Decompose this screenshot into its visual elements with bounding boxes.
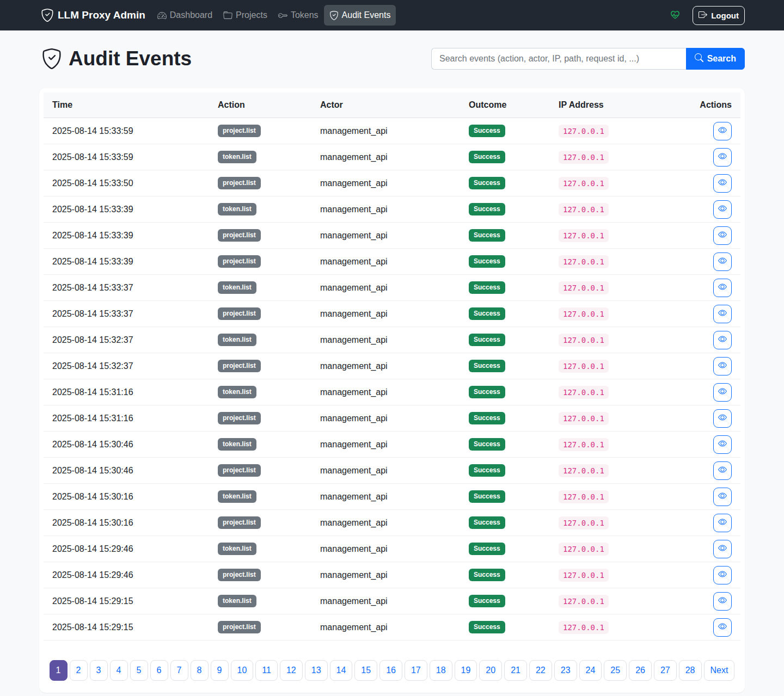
view-event-button[interactable] (713, 331, 732, 349)
view-event-button[interactable] (713, 409, 732, 428)
pagination-page-10[interactable]: 10 (231, 660, 254, 681)
table-row: 2025-08-14 15:33:59 token.list managemen… (44, 144, 740, 170)
pagination-page-14[interactable]: 14 (330, 660, 353, 681)
header-actor: Actor (311, 93, 460, 118)
view-event-button[interactable] (713, 174, 732, 193)
outcome-badge: Success (469, 464, 505, 477)
event-actor: management_api (311, 275, 460, 301)
pagination-page-22[interactable]: 22 (529, 660, 552, 681)
event-time: 2025-08-14 15:32:37 (44, 353, 209, 379)
view-event-button[interactable] (713, 148, 732, 167)
pagination-page-13[interactable]: 13 (305, 660, 328, 681)
outcome-badge: Success (469, 543, 505, 555)
view-event-button[interactable] (713, 305, 732, 323)
pagination-page-28[interactable]: 28 (679, 660, 702, 681)
search-button[interactable]: Search (686, 48, 745, 70)
brand[interactable]: LLM Proxy Admin (39, 9, 145, 22)
pagination-page-5[interactable]: 5 (130, 660, 148, 681)
box-arrow-right-icon (699, 10, 707, 21)
action-badge: project.list (218, 464, 261, 477)
view-event-button[interactable] (713, 514, 732, 532)
pagination-page-7[interactable]: 7 (170, 660, 188, 681)
ip-address: 127.0.0.1 (559, 543, 609, 556)
table-row: 2025-08-14 15:33:39 token.list managemen… (44, 196, 740, 223)
view-event-button[interactable] (713, 435, 732, 454)
pagination-page-1[interactable]: 1 (50, 660, 68, 681)
ip-address: 127.0.0.1 (559, 281, 609, 294)
pagination-page-25[interactable]: 25 (604, 660, 627, 681)
pagination-page-4[interactable]: 4 (110, 660, 128, 681)
pagination-page-3[interactable]: 3 (90, 660, 108, 681)
nav-item-projects[interactable]: Projects (218, 5, 273, 26)
action-badge: token.list (218, 203, 256, 215)
view-event-button[interactable] (713, 122, 732, 140)
view-event-button[interactable] (713, 252, 732, 271)
view-event-button[interactable] (713, 540, 732, 558)
pagination-page-18[interactable]: 18 (430, 660, 452, 681)
ip-address: 127.0.0.1 (559, 334, 609, 347)
eye-icon (718, 570, 727, 580)
eye-icon (718, 544, 727, 554)
pagination-page-16[interactable]: 16 (379, 660, 402, 681)
pagination-page-19[interactable]: 19 (455, 660, 477, 681)
nav-item-dashboard[interactable]: Dashboard (152, 5, 218, 26)
view-event-button[interactable] (713, 618, 732, 637)
pagination-page-9[interactable]: 9 (211, 660, 229, 681)
event-time: 2025-08-14 15:30:16 (44, 484, 209, 510)
pagination-page-26[interactable]: 26 (629, 660, 652, 681)
pagination: 1 2 3 4 5 6 7 8 9 10 11 12 13 14 15 16 1… (44, 660, 740, 681)
action-badge: project.list (218, 307, 261, 320)
brand-label: LLM Proxy Admin (58, 9, 145, 21)
eye-icon (718, 282, 727, 293)
search-input[interactable] (431, 48, 686, 70)
logout-button[interactable]: Logout (693, 6, 745, 25)
pagination-next[interactable]: Next (704, 660, 735, 681)
view-event-button[interactable] (713, 592, 732, 611)
outcome-badge: Success (469, 177, 505, 189)
action-badge: token.list (218, 490, 256, 503)
event-actor: management_api (311, 432, 460, 458)
pagination-page-15[interactable]: 15 (354, 660, 377, 681)
ip-address: 127.0.0.1 (559, 464, 609, 477)
pagination-page-24[interactable]: 24 (579, 660, 602, 681)
view-event-button[interactable] (713, 383, 732, 402)
event-time: 2025-08-14 15:29:15 (44, 588, 209, 614)
event-actor: management_api (311, 510, 460, 536)
event-time: 2025-08-14 15:33:39 (44, 223, 209, 249)
view-event-button[interactable] (713, 488, 732, 506)
table-row: 2025-08-14 15:33:39 project.list managem… (44, 249, 740, 275)
view-event-button[interactable] (713, 226, 732, 245)
pagination-page-20[interactable]: 20 (479, 660, 502, 681)
ip-address: 127.0.0.1 (559, 125, 609, 138)
ip-address: 127.0.0.1 (559, 229, 609, 242)
action-badge: project.list (218, 255, 261, 268)
event-actor: management_api (311, 484, 460, 510)
event-time: 2025-08-14 15:33:37 (44, 301, 209, 327)
event-actor: management_api (311, 196, 460, 223)
pagination-page-21[interactable]: 21 (504, 660, 527, 681)
pagination-page-12[interactable]: 12 (280, 660, 303, 681)
view-event-button[interactable] (713, 279, 732, 297)
view-event-button[interactable] (713, 566, 732, 584)
table-row: 2025-08-14 15:29:46 token.list managemen… (44, 536, 740, 562)
pagination-page-27[interactable]: 27 (654, 660, 677, 681)
pagination-page-6[interactable]: 6 (150, 660, 168, 681)
pagination-page-23[interactable]: 23 (554, 660, 577, 681)
pagination-page-8[interactable]: 8 (191, 660, 209, 681)
heart-pulse-icon (670, 10, 681, 21)
event-time: 2025-08-14 15:31:16 (44, 379, 209, 405)
event-actor: management_api (311, 536, 460, 562)
pagination-page-17[interactable]: 17 (405, 660, 427, 681)
ip-address: 127.0.0.1 (559, 621, 609, 634)
nav-item-tokens[interactable]: Tokens (273, 5, 324, 26)
pagination-page-2[interactable]: 2 (70, 660, 88, 681)
table-row: 2025-08-14 15:31:16 project.list managem… (44, 405, 740, 432)
audit-events-table: Time Action Actor Outcome IP Address Act… (44, 93, 740, 640)
pagination-page-11[interactable]: 11 (255, 660, 278, 681)
ip-address: 127.0.0.1 (559, 151, 609, 164)
nav-item-audit-events[interactable]: Audit Events (324, 5, 396, 26)
view-event-button[interactable] (713, 357, 732, 375)
eye-icon (718, 491, 727, 502)
view-event-button[interactable] (713, 461, 732, 480)
view-event-button[interactable] (713, 200, 732, 219)
